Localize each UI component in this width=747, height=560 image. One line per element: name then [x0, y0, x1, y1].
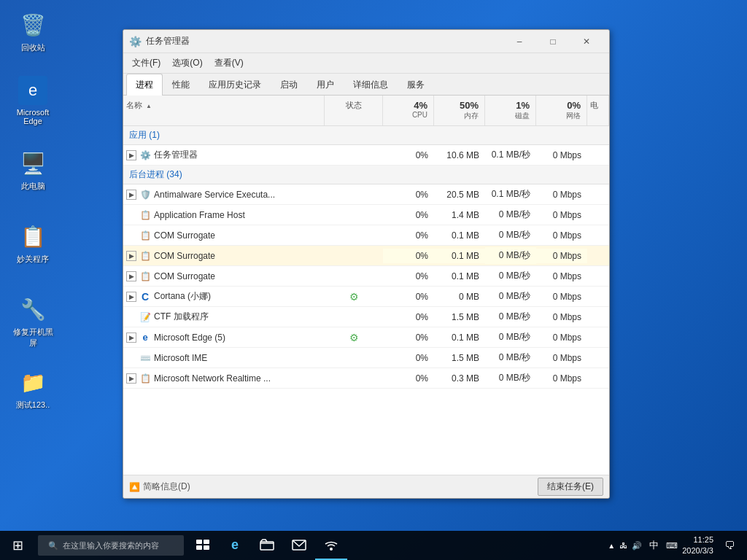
process-power — [587, 213, 609, 217]
programs-icon: 📋 — [18, 222, 47, 251]
tab-details[interactable]: 详细信息 — [344, 74, 398, 96]
start-button[interactable]: ⊞ — [0, 531, 35, 560]
window-title: 任务管理器 — [146, 35, 503, 47]
process-power — [587, 233, 609, 238]
svg-rect-2 — [196, 545, 202, 550]
process-disk: 0 MB/秒 — [485, 288, 536, 305]
header-name[interactable]: 名称 ▲ — [123, 96, 325, 125]
notification-button[interactable]: 🗨 — [718, 531, 741, 560]
section-bg[interactable]: 后台进程 (34) — [123, 166, 609, 184]
process-name: 任务管理器 — [154, 149, 198, 161]
process-name-cell: 📝 CTF 加载程序 — [123, 308, 325, 325]
process-icon: 📋 — [139, 230, 151, 241]
tab-services[interactable]: 服务 — [398, 74, 434, 96]
process-cpu: 0% — [383, 228, 434, 243]
header-status[interactable]: 状态 — [325, 96, 383, 125]
table-row[interactable]: ▶ 🛡️ Antimalware Service Executa... 0% 2… — [123, 184, 609, 205]
header-power[interactable]: 电 — [587, 96, 609, 125]
tray-volume-icon[interactable]: 🔊 — [632, 541, 642, 551]
desktop-icon-programs[interactable]: 📋 妙关程序 — [7, 219, 58, 268]
taskbar-edge[interactable]: e — [219, 531, 251, 560]
process-name: CTF 加载程序 — [154, 311, 209, 323]
menu-view[interactable]: 查看(V) — [209, 55, 249, 71]
close-button[interactable]: ✕ — [570, 30, 603, 53]
process-mem: 0.1 MB — [434, 249, 485, 263]
expand-button[interactable]: ▶ — [126, 150, 136, 160]
expand-button[interactable]: ▶ — [126, 373, 136, 384]
process-net: 0 Mbps — [536, 249, 587, 263]
process-name-cell: 📋 COM Surrogate — [123, 228, 325, 244]
process-power — [587, 315, 609, 319]
menu-file[interactable]: 文件(F) — [126, 55, 166, 71]
expand-button[interactable]: ▶ — [126, 332, 136, 343]
tab-processes[interactable]: 进程 — [126, 74, 163, 96]
tab-users[interactable]: 用户 — [307, 74, 344, 96]
desktop-icon-recycle[interactable]: 🗑️ 回收站 — [7, 7, 58, 56]
process-icon: C — [139, 291, 151, 303]
table-row[interactable]: ▶ C Cortana (小娜) ⚙ 0% 0 MB 0 MB/秒 0 Mbps — [123, 287, 609, 307]
header-cpu[interactable]: 4% CPU — [383, 96, 434, 125]
taskbar-explorer[interactable] — [251, 531, 283, 560]
svg-rect-3 — [204, 545, 209, 550]
header-memory[interactable]: 50% 内存 — [434, 96, 485, 125]
taskbar-mail[interactable] — [283, 531, 315, 560]
process-mem: 20.5 MB — [434, 187, 485, 202]
table-row[interactable]: ▶ e Microsoft Edge (5) ⚙ 0% 0.1 MB 0 MB/… — [123, 327, 609, 348]
expand-button[interactable]: ▶ — [126, 271, 136, 281]
table-scroll[interactable]: 应用 (1) ▶ ⚙️ 任务管理器 0% 10.6 MB 0.1 MB/秒 0 … — [123, 126, 609, 475]
edge-label: Microsoft Edge — [10, 108, 55, 125]
process-cpu: 0% — [383, 351, 434, 365]
table-row[interactable]: ⌨️ Microsoft IME 0% 1.5 MB 0 MB/秒 0 Mbps — [123, 348, 609, 368]
minimize-button[interactable]: – — [503, 30, 536, 53]
process-name: Microsoft IME — [154, 353, 207, 363]
edge-icon: e — [18, 76, 47, 105]
tray-arrow[interactable]: ▲ — [608, 542, 615, 550]
header-disk[interactable]: 1% 磁盘 — [485, 96, 536, 125]
desktop-icon-folder[interactable]: 📁 测试123.. — [7, 365, 58, 413]
process-cpu: 0% — [383, 148, 434, 163]
expand-button[interactable]: ▶ — [126, 190, 136, 200]
table-row[interactable]: ▶ 📋 COM Surrogate 0% 0.1 MB 0 MB/秒 0 Mbp… — [123, 246, 609, 266]
taskbar-task-view[interactable] — [187, 531, 219, 560]
process-name-cell: ▶ 📋 COM Surrogate — [123, 268, 325, 284]
header-network[interactable]: 0% 网络 — [536, 96, 587, 125]
table-row[interactable]: ▶ 📋 COM Surrogate 0% 0.1 MB 0 MB/秒 0 Mbp… — [123, 266, 609, 287]
table-row[interactable]: 📋 COM Surrogate 0% 0.1 MB 0 MB/秒 0 Mbps — [123, 225, 609, 246]
tab-performance[interactable]: 性能 — [163, 74, 199, 96]
table-header: 名称 ▲ 状态 4% CPU 50% 内存 1% 磁盘 0% 网络 — [123, 96, 609, 126]
tab-startup[interactable]: 启动 — [271, 74, 307, 96]
system-clock[interactable]: 11:25 2020/3/3 — [682, 534, 713, 557]
expand-button[interactable]: ▶ — [126, 292, 136, 302]
menu-options[interactable]: 选项(O) — [166, 55, 208, 71]
folder-icon: 📁 — [18, 368, 47, 397]
desktop-icon-edge[interactable]: e Microsoft Edge — [7, 73, 58, 128]
taskbar-apps: e — [187, 531, 602, 560]
taskbar-network[interactable] — [315, 531, 347, 560]
desktop-icon-repair[interactable]: 🔧 修复开机黑屏 — [7, 292, 58, 351]
process-power — [587, 356, 609, 360]
recycle-icon: 🗑️ — [18, 10, 47, 39]
table-row[interactable]: 📋 Application Frame Host 0% 1.4 MB 0 MB/… — [123, 205, 609, 225]
process-icon: 📋 — [139, 373, 151, 384]
process-icon: 📋 — [139, 209, 151, 221]
process-power — [587, 192, 609, 197]
summary-toggle[interactable]: 🔼 简略信息(D) — [129, 481, 190, 493]
process-net: 0 Mbps — [536, 310, 587, 324]
process-mem: 0 MB — [434, 289, 485, 304]
process-name: Cortana (小娜) — [154, 290, 211, 303]
svg-rect-0 — [196, 540, 202, 544]
table-row[interactable]: 📝 CTF 加载程序 0% 1.5 MB 0 MB/秒 0 Mbps — [123, 307, 609, 327]
desktop-icon-computer[interactable]: 🖥️ 此电脑 — [7, 146, 58, 195]
process-disk: 0 MB/秒 — [485, 329, 536, 346]
maximize-button[interactable]: □ — [536, 30, 570, 53]
tab-app-history[interactable]: 应用历史记录 — [199, 74, 271, 96]
expand-button[interactable]: ▶ — [126, 251, 136, 261]
process-table: 名称 ▲ 状态 4% CPU 50% 内存 1% 磁盘 0% 网络 — [123, 96, 609, 475]
process-status — [325, 233, 383, 238]
search-box[interactable]: 🔍 在这里输入你要搜索的内容 — [38, 535, 184, 556]
tray-lang[interactable]: 中 — [649, 539, 659, 552]
end-task-button[interactable]: 结束任务(E) — [538, 478, 603, 496]
table-row[interactable]: ▶ 📋 Microsoft Network Realtime ... 0% 0.… — [123, 368, 609, 389]
section-apps[interactable]: 应用 (1) — [123, 126, 609, 145]
table-row[interactable]: ▶ ⚙️ 任务管理器 0% 10.6 MB 0.1 MB/秒 0 Mbps — [123, 145, 609, 166]
